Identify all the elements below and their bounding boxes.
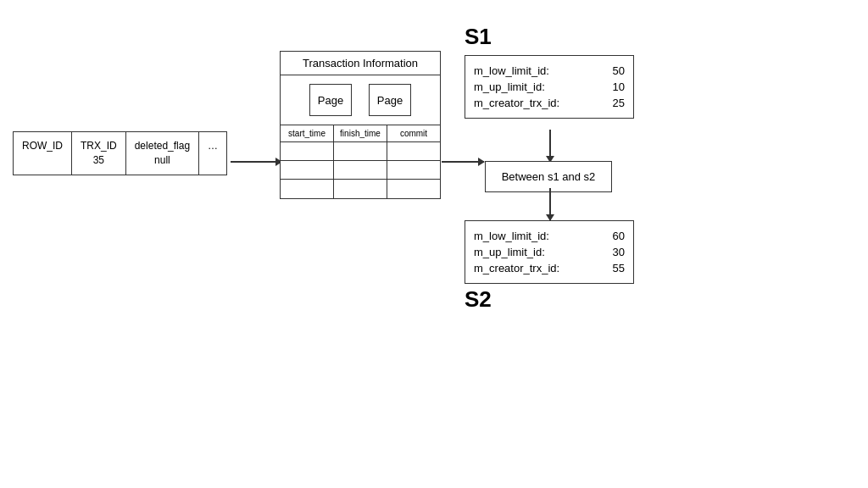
trx-row-header: start_time finish_time commit xyxy=(281,125,440,142)
row-id-cell: ROW_ID xyxy=(14,132,72,175)
s2-row-2: m_creator_trx_id: 55 xyxy=(474,260,625,276)
transaction-info-box: Transaction Information Page Page start_… xyxy=(280,51,441,199)
row-record: ROW_ID TRX_ID 35 deleted_flag null … xyxy=(13,131,227,175)
s1-label: S1 xyxy=(465,24,492,50)
page-box-1: Page xyxy=(309,84,352,116)
s2-label: S2 xyxy=(465,286,492,313)
page-box-2: Page xyxy=(369,84,411,116)
arrow-between-to-s2 xyxy=(549,188,551,220)
s2-row-1: m_up_limit_id: 30 xyxy=(474,244,625,260)
between-box: Between s1 and s2 xyxy=(485,161,612,192)
s2-row-0: m_low_limit_id: 60 xyxy=(474,228,625,244)
trx-pages: Page Page xyxy=(281,75,440,125)
deleted-flag-cell: deleted_flag null xyxy=(126,132,199,175)
arrow-s1-to-between xyxy=(549,130,551,162)
trx-data-row-3 xyxy=(281,180,440,198)
trx-data-row-1 xyxy=(281,142,440,161)
ellipsis-cell: … xyxy=(199,132,226,175)
s1-row-0: m_low_limit_id: 50 xyxy=(474,63,625,79)
s1-row-2: m_creator_trx_id: 25 xyxy=(474,95,625,111)
s1-box: m_low_limit_id: 50 m_up_limit_id: 10 m_c… xyxy=(465,55,634,119)
arrow-row-to-trx xyxy=(231,161,281,163)
trx-data-row-2 xyxy=(281,161,440,180)
trx-id-cell: TRX_ID 35 xyxy=(72,132,126,175)
s1-row-1: m_up_limit_id: 10 xyxy=(474,79,625,95)
col-commit: commit xyxy=(387,125,440,141)
s2-box: m_low_limit_id: 60 m_up_limit_id: 30 m_c… xyxy=(465,220,634,284)
col-start-time: start_time xyxy=(281,125,334,141)
trx-info-title: Transaction Information xyxy=(281,52,440,75)
arrow-trx-to-between xyxy=(442,161,484,163)
col-finish-time: finish_time xyxy=(334,125,387,141)
